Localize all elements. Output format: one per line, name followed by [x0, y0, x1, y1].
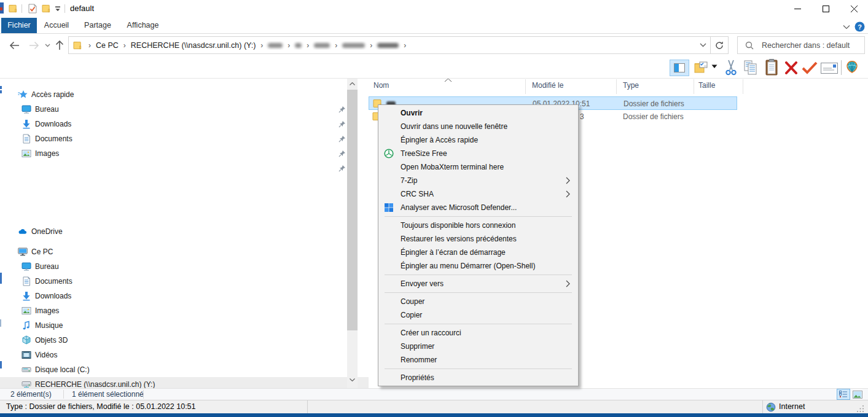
- menu-item-copier[interactable]: Copier: [378, 308, 578, 322]
- sidebar-item-downloads[interactable]: Downloads: [0, 117, 347, 131]
- qat-customize-button[interactable]: [55, 6, 61, 12]
- column-divider[interactable]: [694, 79, 694, 94]
- menu-item-supprimer[interactable]: Supprimer: [378, 340, 578, 353]
- properties-check-button[interactable]: [802, 61, 818, 74]
- close-button[interactable]: [840, 0, 868, 17]
- menu-item-restaurer-versions[interactable]: Restaurer les versions précédentes: [378, 232, 578, 246]
- minimize-button[interactable]: [783, 0, 811, 17]
- menu-item-ouvrir-nouvelle-fenetre[interactable]: Ouvrir dans une nouvelle fenêtre: [378, 120, 578, 133]
- info-details: Type : Dossier de fichiers, Modifié le :…: [6, 402, 196, 411]
- forward-button[interactable]: [27, 34, 41, 57]
- sidebar-item-pc-documents[interactable]: Documents: [0, 274, 347, 289]
- sidebar-item-ce-pc[interactable]: Ce PC: [0, 244, 347, 259]
- menu-item-open-mobaxterm[interactable]: Open MobaXterm terminal here: [378, 160, 578, 174]
- ribbon-collapse-icon[interactable]: [842, 25, 851, 29]
- sidebar-item-redacted[interactable]: [0, 161, 347, 176]
- submenu-arrow-icon: [566, 280, 570, 287]
- open-shell-button[interactable]: [845, 60, 859, 74]
- resize-grip[interactable]: [856, 405, 864, 413]
- qat-new-folder-button[interactable]: [42, 4, 51, 13]
- breadcrumb-ce-pc[interactable]: Ce PC: [96, 41, 119, 50]
- qat-properties-button[interactable]: [28, 4, 37, 14]
- navigation-pane-toggle-button[interactable]: [670, 60, 689, 76]
- column-divider[interactable]: [743, 79, 743, 94]
- details-view-button[interactable]: [837, 389, 850, 400]
- menu-item-renommer[interactable]: Renommer: [378, 353, 578, 367]
- scrollbar-thumb[interactable]: [347, 90, 358, 330]
- menu-item-toujours-disponible[interactable]: Toujours disponible hors connexion: [378, 219, 578, 232]
- sidebar-item-pc-downloads[interactable]: Downloads: [0, 289, 347, 303]
- tab-affichage[interactable]: Affichage: [120, 18, 165, 33]
- menu-item-7zip[interactable]: 7-Zip: [378, 174, 578, 187]
- breadcrumb-redacted-segment[interactable]: [342, 43, 365, 48]
- sidebar-item-pc-recherche-drive[interactable]: RECHERCHE (\\nasdcsr.unil.ch) (Y:): [0, 377, 369, 388]
- sidebar-item-documents[interactable]: Documents: [0, 131, 347, 146]
- menu-item-crc-sha[interactable]: CRC SHA: [378, 187, 578, 201]
- delete-button[interactable]: [784, 61, 798, 74]
- menu-item-envoyer-vers[interactable]: Envoyer vers: [378, 277, 578, 290]
- address-dropdown-icon[interactable]: [695, 43, 710, 47]
- sidebar-item-pc-videos[interactable]: Vidéos: [0, 348, 347, 362]
- column-divider[interactable]: [616, 79, 617, 94]
- pin-icon: [338, 120, 346, 128]
- thumbnail-view-button[interactable]: [851, 389, 864, 400]
- desktop-icon: [22, 104, 31, 114]
- sidebar-item-images[interactable]: Images: [0, 146, 347, 161]
- search-input[interactable]: [762, 41, 864, 50]
- cut-button[interactable]: [725, 59, 737, 76]
- help-button[interactable]: ?: [854, 21, 865, 32]
- menu-item-epingler-menu-demarrer[interactable]: Épingler au menu Démarrer (Open-Shell): [378, 259, 578, 273]
- menu-item-defender[interactable]: Analyser avec Microsoft Defender...: [378, 201, 578, 214]
- onedrive-icon: [18, 227, 28, 236]
- status-bar: 2 élément(s) 1 élément sélectionné: [0, 388, 868, 400]
- sidebar-item-pc-bureau[interactable]: Bureau: [0, 259, 347, 274]
- tab-accueil[interactable]: Accueil: [38, 18, 75, 33]
- background-window-fragment: [0, 7, 2, 10]
- sidebar-item-quick-access[interactable]: Accès rapide: [0, 87, 347, 102]
- column-header-nom[interactable]: Nom: [373, 81, 389, 90]
- folder-options-dropdown-icon[interactable]: [711, 64, 717, 69]
- item-count: 2 élément(s): [10, 390, 52, 399]
- email-button[interactable]: [821, 63, 838, 74]
- address-bar[interactable]: › Ce PC › RECHERCHE (\\nasdcsr.unil.ch) …: [68, 36, 729, 54]
- breadcrumb-redacted-segment[interactable]: [295, 43, 302, 48]
- sidebar-item-pc-disque-c[interactable]: Disque local (C:): [0, 362, 347, 377]
- column-header-modifie-le[interactable]: Modifié le: [532, 81, 563, 90]
- folder-options-button[interactable]: [694, 61, 708, 73]
- menu-item-epingler-acces-rapide[interactable]: Épingler à Accès rapide: [378, 133, 578, 147]
- menu-item-couper[interactable]: Couper: [378, 295, 578, 308]
- column-divider[interactable]: [525, 79, 526, 94]
- menu-item-creer-raccourci[interactable]: Créer un raccourci: [378, 326, 578, 340]
- sidebar-item-pc-musique[interactable]: Musique: [0, 318, 347, 333]
- column-header-type[interactable]: Type: [623, 81, 639, 90]
- sidebar-item-bureau[interactable]: Bureau: [0, 102, 347, 117]
- up-button[interactable]: [53, 34, 66, 57]
- maximize-button[interactable]: [811, 0, 840, 17]
- sidebar-item-label: Disque local (C:): [35, 365, 90, 374]
- scrollbar-up-icon[interactable]: [347, 79, 358, 89]
- sidebar-item-pc-images[interactable]: Images: [0, 303, 347, 318]
- sidebar-item-onedrive[interactable]: OneDrive: [0, 224, 347, 239]
- scrollbar-down-icon[interactable]: [347, 375, 358, 385]
- tab-partage[interactable]: Partage: [75, 18, 120, 33]
- documents-icon: [22, 276, 31, 286]
- address-row: › Ce PC › RECHERCHE (\\nasdcsr.unil.ch) …: [0, 34, 868, 57]
- sidebar-item-pc-objets-3d[interactable]: Objets 3D: [0, 333, 347, 348]
- menu-item-ouvrir[interactable]: Ouvrir: [378, 106, 578, 120]
- copy-button[interactable]: [743, 60, 758, 75]
- menu-item-proprietes[interactable]: Propriétés: [378, 371, 578, 384]
- breadcrumb-drive[interactable]: RECHERCHE (\\nasdcsr.unil.ch) (Y:): [131, 41, 256, 50]
- back-button[interactable]: [7, 34, 21, 57]
- recent-locations-icon[interactable]: [42, 34, 52, 57]
- refresh-button[interactable]: [711, 37, 728, 53]
- menu-item-treesize-free[interactable]: TreeSize Free: [378, 147, 578, 160]
- breadcrumb-redacted-segment[interactable]: [314, 43, 330, 48]
- column-header-taille[interactable]: Taille: [698, 81, 715, 90]
- menu-item-epingler-ecran-demarrage[interactable]: Épingler à l’écran de démarrage: [378, 246, 578, 259]
- breadcrumb-redacted-segment[interactable]: [377, 43, 399, 48]
- sidebar-scrollbar[interactable]: [347, 79, 358, 388]
- search-box[interactable]: [737, 36, 865, 54]
- paste-button[interactable]: [765, 59, 778, 76]
- tab-fichier[interactable]: Fichier: [1, 18, 37, 33]
- breadcrumb-redacted-segment[interactable]: [268, 43, 283, 48]
